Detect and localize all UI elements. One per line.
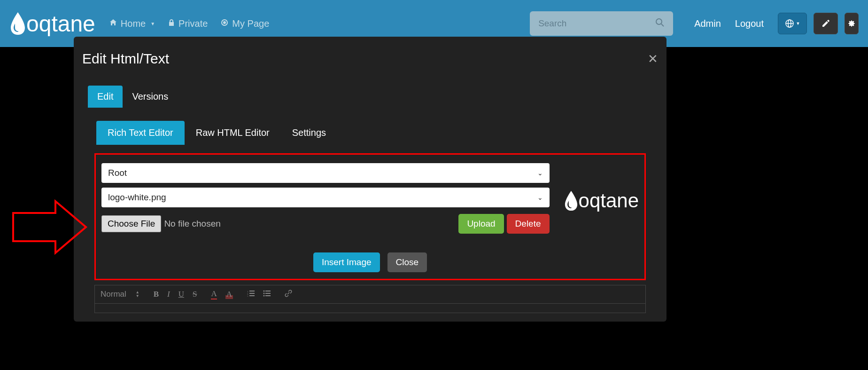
- highlight-icon[interactable]: A: [225, 290, 233, 299]
- svg-point-13: [264, 291, 265, 292]
- tab-rich-text[interactable]: Rich Text Editor: [96, 121, 185, 145]
- svg-line-3: [661, 24, 664, 26]
- chevron-down-icon: ⌄: [537, 169, 543, 177]
- drop-icon: [564, 191, 579, 211]
- nav-label: My Page: [232, 18, 269, 29]
- preview-text: oqtane: [579, 189, 639, 212]
- modal-header: Edit Html/Text ✕: [82, 51, 658, 67]
- file-area: Root ⌄ logo-white.png ⌄ Choose File No f…: [94, 153, 646, 280]
- link-group: [285, 290, 292, 299]
- file-select[interactable]: logo-white.png ⌄: [101, 188, 550, 207]
- file-select-value: logo-white.png: [108, 192, 166, 203]
- stepper-icon: ▲▼: [136, 291, 140, 298]
- nav-item-mypage[interactable]: My Page: [221, 18, 269, 29]
- nav-item-home[interactable]: Home ▼: [109, 18, 155, 29]
- svg-point-1: [224, 22, 225, 24]
- list-group: 123: [247, 290, 271, 299]
- close-button[interactable]: Close: [388, 252, 427, 272]
- search-icon[interactable]: [655, 18, 665, 30]
- search-box[interactable]: [530, 11, 673, 36]
- brand-text: oqtane: [26, 11, 95, 37]
- svg-rect-8: [249, 291, 255, 291]
- svg-rect-12: [249, 295, 255, 296]
- tab-edit[interactable]: Edit: [88, 86, 123, 108]
- pencil-icon: [822, 19, 830, 28]
- home-icon: [109, 19, 117, 28]
- nav-item-private[interactable]: Private: [168, 18, 208, 29]
- chevron-down-icon: ⌄: [537, 194, 543, 201]
- text-color-icon[interactable]: A: [211, 289, 217, 299]
- annotation-arrow: [8, 197, 88, 258]
- editor-toolbar: Normal ▲▼ B I U S A A 123: [94, 285, 646, 304]
- settings-button[interactable]: [845, 13, 859, 34]
- svg-point-15: [264, 293, 265, 294]
- close-icon[interactable]: ✕: [648, 52, 658, 66]
- gear-icon: [847, 19, 856, 28]
- globe-button[interactable]: ▼: [778, 13, 807, 34]
- upload-button[interactable]: Upload: [458, 214, 504, 234]
- svg-rect-18: [265, 295, 271, 296]
- underline-icon[interactable]: U: [178, 290, 184, 299]
- folder-select-value: Root: [108, 168, 127, 178]
- drop-icon: [9, 12, 26, 35]
- editor-body[interactable]: [94, 304, 646, 313]
- logout-link[interactable]: Logout: [735, 18, 764, 29]
- nav-label: Home: [121, 18, 146, 29]
- icon-buttons: ▼: [778, 13, 859, 34]
- image-preview: oqtane: [564, 168, 639, 234]
- ordered-list-icon[interactable]: 123: [247, 290, 255, 299]
- bold-icon[interactable]: B: [154, 290, 159, 299]
- format-dropdown[interactable]: Normal ▲▼: [101, 290, 140, 299]
- format-label: Normal: [101, 290, 126, 299]
- nav-right: Admin Logout ▼: [694, 13, 859, 34]
- admin-link[interactable]: Admin: [694, 18, 721, 29]
- file-actions: Choose File No file chosen Upload Delete: [101, 214, 550, 234]
- link-icon[interactable]: [285, 290, 292, 299]
- choose-file-button[interactable]: Choose File: [101, 215, 161, 232]
- unordered-list-icon[interactable]: [263, 290, 271, 299]
- tabs-inner: Rich Text Editor Raw HTML Editor Setting…: [82, 121, 658, 145]
- nav-items: Home ▼ Private My Page: [109, 18, 269, 29]
- tabs-outer: Edit Versions: [82, 86, 658, 108]
- no-file-text: No file chosen: [164, 219, 220, 229]
- svg-rect-16: [265, 293, 271, 294]
- folder-select[interactable]: Root ⌄: [101, 163, 550, 183]
- color-group: A A: [211, 289, 233, 299]
- file-controls: Root ⌄ logo-white.png ⌄ Choose File No f…: [101, 163, 550, 234]
- caret-down-icon: ▼: [150, 21, 155, 26]
- brand-logo[interactable]: oqtane: [9, 11, 95, 37]
- format-group: B I U S: [154, 290, 197, 299]
- italic-icon[interactable]: I: [167, 290, 170, 299]
- nav-label: Private: [178, 18, 208, 29]
- delete-button[interactable]: Delete: [507, 214, 550, 234]
- svg-rect-14: [265, 291, 271, 291]
- tab-versions[interactable]: Versions: [123, 86, 178, 108]
- svg-rect-10: [249, 293, 255, 294]
- edit-modal: Edit Html/Text ✕ Edit Versions Rich Text…: [74, 37, 666, 322]
- globe-icon: [785, 19, 794, 28]
- target-icon: [221, 19, 228, 28]
- svg-point-17: [264, 295, 265, 297]
- search-input[interactable]: [538, 18, 655, 29]
- lock-icon: [168, 19, 175, 28]
- bottom-actions: Insert Image Close: [101, 252, 639, 272]
- strikethrough-icon[interactable]: S: [193, 290, 197, 299]
- svg-point-2: [656, 19, 662, 24]
- edit-button[interactable]: [814, 13, 838, 34]
- insert-image-button[interactable]: Insert Image: [313, 252, 380, 272]
- svg-text:3: 3: [247, 295, 248, 297]
- tab-settings[interactable]: Settings: [281, 121, 337, 145]
- tab-raw-html[interactable]: Raw HTML Editor: [185, 121, 281, 145]
- modal-title: Edit Html/Text: [82, 51, 169, 67]
